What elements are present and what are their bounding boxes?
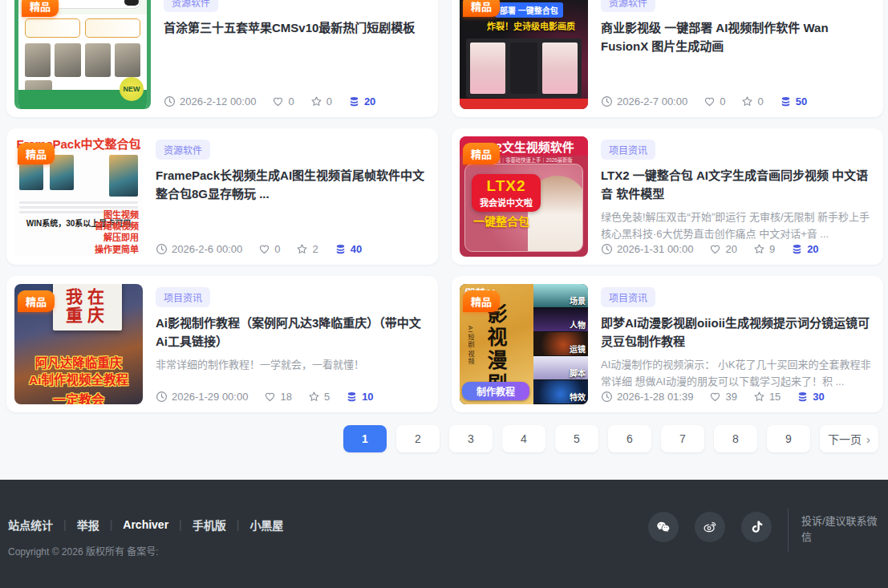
weibo-button[interactable] <box>695 512 725 542</box>
post-title[interactable]: 即梦AI动漫影视剧oiioii生成视频提示词分镜运镜可灵豆包制作教程 <box>601 314 872 351</box>
footer-link-archiver[interactable]: Archiver <box>123 518 168 531</box>
post-body: 资源软件 首涂第三十五套苹果CMSv10最新热门短剧模板 2026-2-12 0… <box>151 0 430 109</box>
heart-icon <box>704 95 716 107</box>
post-title[interactable]: Ai影视制作教程（案例阿凡达3降临重庆）（带中文Ai工具链接） <box>156 314 427 351</box>
clock-icon <box>156 391 168 403</box>
thumbnail-label: 一键整合包 <box>473 213 529 229</box>
post-meta: 2026-1-31 00:00 20 9 20 <box>601 243 872 255</box>
premium-badge: 精品 <box>18 143 55 164</box>
likes-count: 18 <box>280 391 291 403</box>
category-tag[interactable]: 资源软件 <box>164 0 218 12</box>
date-item: 2026-1-28 01:39 <box>601 391 693 403</box>
caption-line: Ai制作视频全教程 <box>14 372 143 389</box>
sign-text: 重庆 <box>66 306 109 324</box>
post-thumbnail[interactable]: 精品 NEW <box>14 0 151 109</box>
post-body: 资源软件 商业影视级 一键部署 AI视频制作软件 Wan FusionX 图片生… <box>588 0 875 109</box>
thumbnail-decoration <box>51 0 140 9</box>
date-item: 2026-1-31 00:00 <box>601 243 693 255</box>
coins-item: 10 <box>346 391 373 403</box>
footer-link-darkroom[interactable]: 小黑屋 <box>249 517 283 533</box>
thumbnail-sign: 我在 重庆 <box>53 284 122 330</box>
post-title[interactable]: FramePack长视频生成AI图生视频首尾帧软件中文整合包8G显存畅玩 ... <box>156 167 427 203</box>
category-tag[interactable]: 项目资讯 <box>601 287 655 307</box>
favs-item: 9 <box>753 243 775 255</box>
coins-item: 20 <box>348 95 375 107</box>
post-excerpt: 绿色免装!解压双击“开始”即运行 无审核/无限制 新手秒上手 核心黑科技·6大优… <box>601 209 872 243</box>
thumbnail-decoration <box>18 14 147 42</box>
date-item: 2026-1-29 00:00 <box>156 391 248 403</box>
favs-count: 0 <box>326 95 332 107</box>
category-tag[interactable]: 项目资讯 <box>601 140 655 160</box>
post-body: 项目资讯 即梦AI动漫影视剧oiioii生成视频提示词分镜运镜可灵豆包制作教程 … <box>588 284 875 404</box>
post-thumbnail[interactable]: 精品 我在 重庆 阿凡达降临重庆 Ai制作视频全教程 一定教会 <box>14 284 143 404</box>
post-excerpt: AI动漫制作的视频演示： 小K花了几十买回来的全套教程非常详细 想做AI动漫的朋… <box>601 356 872 391</box>
coins-icon <box>797 391 809 403</box>
still-frame: 场景 <box>533 284 588 308</box>
post-body: 项目资讯 LTX2 一键整合包 AI文字生成音画同步视频 中文语音 软件模型 绿… <box>588 136 875 257</box>
post-title[interactable]: LTX2 一键整合包 AI文字生成音画同步视频 中文语音 软件模型 <box>601 167 872 203</box>
star-icon <box>753 391 765 403</box>
footer-link-report[interactable]: 举报 <box>77 517 99 533</box>
still-frame: 人物 <box>533 308 588 332</box>
page-button-6[interactable]: 6 <box>608 425 651 452</box>
date-item: 2026-2-7 00:00 <box>601 95 687 107</box>
page-button-7[interactable]: 7 <box>661 425 704 452</box>
caption-line: 一定教会 <box>14 389 143 404</box>
post-card: 精品 即梦AI 影视漫剧 AI短剧·视频 制作教程 场景 人物 运镜 脚本 特效… <box>452 276 883 412</box>
page-button-4[interactable]: 4 <box>502 425 545 452</box>
new-badge: NEW <box>120 77 144 101</box>
thumbnail-features: 图生视频 首尾帧视频 解压即用 操作更简单 <box>95 209 139 255</box>
date-item: 2026-2-12 00:00 <box>164 95 256 107</box>
feature-line: 操作更简单 <box>95 245 139 254</box>
thumbnail-decoration <box>466 39 582 98</box>
still-frame: 脚本 <box>533 356 588 380</box>
footer-link-mobile[interactable]: 手机版 <box>193 517 226 533</box>
clock-icon <box>601 243 613 255</box>
clock-icon <box>156 243 168 255</box>
callout-title: LTX2 <box>480 177 533 195</box>
page-button-2[interactable]: 2 <box>396 425 440 452</box>
post-title[interactable]: 商业影视级 一键部署 AI视频制作软件 Wan FusionX 图片生成动画 <box>601 19 872 55</box>
likes-item: 0 <box>258 243 280 255</box>
post-thumbnail[interactable]: 精品 LTX2文生视频软件 一键整合包｜零基础快速上手｜2026最新版 LTX2… <box>460 136 588 257</box>
weibo-icon <box>702 519 718 535</box>
divider: | <box>110 518 113 531</box>
premium-badge: 精品 <box>18 290 55 312</box>
thumbnail-stills: 场景 人物 运镜 脚本 特效 <box>533 284 588 404</box>
still-label: 场景 <box>570 294 586 306</box>
feature-line: 图生视频 <box>103 210 139 220</box>
thumbnail-decoration <box>18 42 147 79</box>
post-card: 精品 LTX2文生视频软件 一键整合包｜零基础快速上手｜2026最新版 LTX2… <box>452 128 883 265</box>
wechat-button[interactable] <box>648 512 679 542</box>
coins-icon <box>346 391 358 403</box>
likes-item: 39 <box>709 391 736 403</box>
page-button-8[interactable]: 8 <box>714 425 757 452</box>
category-tag[interactable]: 项目资讯 <box>156 287 210 307</box>
post-thumbnail[interactable]: 精品 即梦AI 影视漫剧 AI短剧·视频 制作教程 场景 人物 运镜 脚本 特效 <box>460 284 588 404</box>
coins-icon <box>791 243 803 255</box>
star-icon <box>753 243 765 255</box>
douyin-button[interactable] <box>741 512 772 542</box>
coins-item: 20 <box>791 243 818 255</box>
page-button-9[interactable]: 9 <box>767 425 810 452</box>
category-tag[interactable]: 资源软件 <box>156 140 210 160</box>
divider: | <box>63 518 67 531</box>
post-excerpt: 非常详细的制作教程！一学就会，一看就懂！ <box>156 356 427 373</box>
post-thumbnail[interactable]: 精品 FramePack中文整合包 WIN系统，30系以上显卡可用 图生视频 首… <box>14 136 143 257</box>
footer-link-site-stats[interactable]: 站点统计 <box>8 517 53 533</box>
likes-item: 20 <box>709 243 736 255</box>
post-thumbnail[interactable]: 精品 WAN FusionX 部署 一键整合包 炸裂！史诗级电影画质 <box>460 0 588 109</box>
favs-item: 0 <box>741 95 763 107</box>
post-card: 精品 FramePack中文整合包 WIN系统，30系以上显卡可用 图生视频 首… <box>6 128 438 265</box>
post-date: 2026-1-29 00:00 <box>172 391 248 403</box>
page-button-3[interactable]: 3 <box>449 425 493 452</box>
page-button-5[interactable]: 5 <box>555 425 598 452</box>
page-button-1[interactable]: 1 <box>343 425 387 452</box>
next-page-button[interactable]: 下一页 › <box>820 425 878 452</box>
douyin-icon <box>748 519 764 535</box>
category-tag[interactable]: 资源软件 <box>601 0 655 12</box>
favs-item: 0 <box>310 95 332 107</box>
favs-item: 5 <box>308 391 330 403</box>
post-title[interactable]: 首涂第三十五套苹果CMSv10最新热门短剧模板 <box>164 19 427 38</box>
likes-item: 18 <box>264 391 291 403</box>
